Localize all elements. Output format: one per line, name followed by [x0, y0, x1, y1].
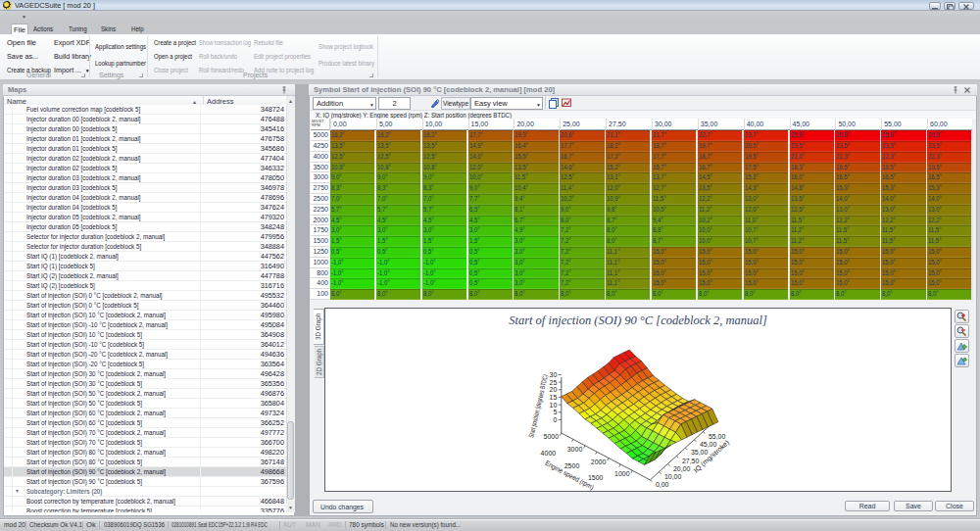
svg-text:1000: 1000: [614, 470, 630, 477]
svg-text:10,00: 10,00: [664, 473, 682, 480]
svg-text:3000: 3000: [567, 446, 583, 453]
svg-text:Start of injection (SOI) 90 °C: Start of injection (SOI) 90 °C [codebloc…: [509, 313, 767, 328]
svg-text:27,50: 27,50: [682, 458, 700, 464]
svg-text:0,00: 0,00: [656, 481, 669, 488]
svg-text:2000: 2000: [591, 459, 607, 465]
svg-text:25: 25: [550, 379, 558, 386]
svg-text:15: 15: [550, 394, 558, 401]
svg-text:10: 10: [550, 402, 558, 409]
svg-text:5: 5: [553, 409, 557, 415]
svg-text:Start position (degrees BTDC): Start position (degrees BTDC): [527, 373, 550, 438]
svg-text:2500: 2500: [564, 462, 580, 469]
svg-text:0: 0: [553, 416, 557, 423]
svg-text:1500: 1500: [588, 474, 604, 481]
svg-text:20: 20: [550, 386, 558, 393]
svg-text:4000: 4000: [541, 450, 557, 457]
svg-text:45,00: 45,00: [700, 441, 717, 448]
svg-text:20,00: 20,00: [673, 465, 691, 472]
svg-text:55,00: 55,00: [709, 433, 726, 440]
svg-text:30: 30: [550, 371, 558, 378]
svg-text:5000: 5000: [544, 433, 560, 440]
svg-text:35,00: 35,00: [691, 449, 709, 456]
